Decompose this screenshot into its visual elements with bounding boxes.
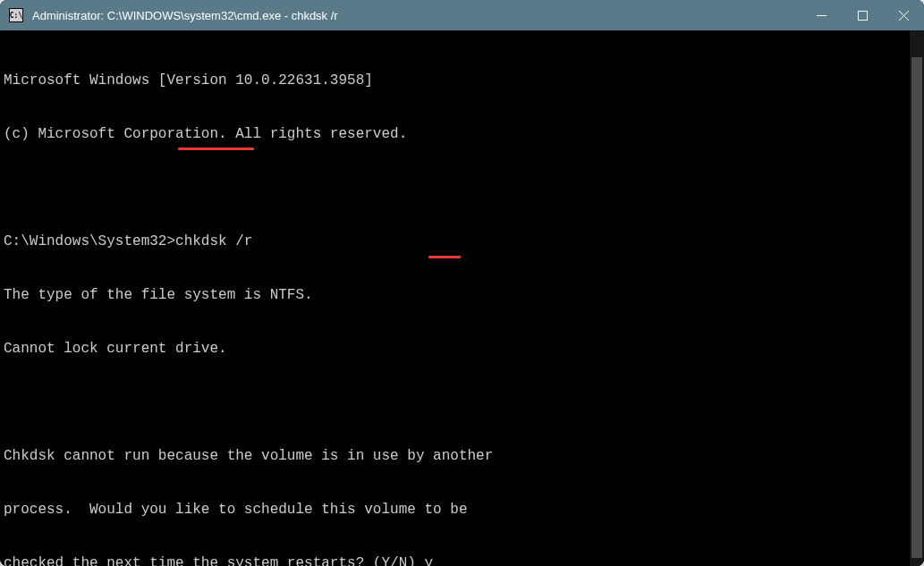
prompt-path: C:\Windows\System32> [4,233,175,249]
minimize-icon [817,11,827,21]
cmd-icon: C:\ [9,8,23,22]
maximize-icon [858,11,868,21]
terminal-content: Microsoft Windows [Version 10.0.22631.39… [4,36,920,566]
prompt-text: checked the next time the system restart… [4,555,424,566]
output-line: checked the next time the system restart… [4,554,920,566]
output-line: (c) Microsoft Corporation. All rights re… [4,125,920,143]
output-line: Cannot lock current drive. [4,340,920,358]
cmd-icon-label: C:\ [10,12,22,20]
scrollbar-track[interactable] [910,30,924,566]
output-line: Microsoft Windows [Version 10.0.22631.39… [4,72,920,89]
user-input: y [424,555,433,566]
blank-line [4,393,920,411]
annotation-underline-command [178,148,254,150]
svg-rect-1 [858,11,867,20]
prompt-line: C:\Windows\System32>chkdsk /r [4,232,920,250]
titlebar[interactable]: C:\ Administrator: C:\WINDOWS\system32\c… [0,0,924,30]
terminal-body[interactable]: Microsoft Windows [Version 10.0.22631.39… [0,30,924,566]
command-text: chkdsk /r [175,233,252,249]
cmd-window: C:\ Administrator: C:\WINDOWS\system32\c… [0,0,924,566]
output-line: Chkdsk cannot run because the volume is … [4,447,920,465]
output-line: process. Would you like to schedule this… [4,501,920,519]
scrollbar-thumb[interactable] [911,57,922,558]
output-line: The type of the file system is NTFS. [4,286,920,304]
minimize-button[interactable] [801,0,842,30]
close-icon [899,11,909,21]
blank-line [4,179,920,197]
window-controls [801,0,924,30]
close-button[interactable] [883,0,924,30]
window-title: Administrator: C:\WINDOWS\system32\cmd.e… [32,9,801,22]
maximize-button[interactable] [842,0,883,30]
annotation-underline-input [428,256,461,258]
